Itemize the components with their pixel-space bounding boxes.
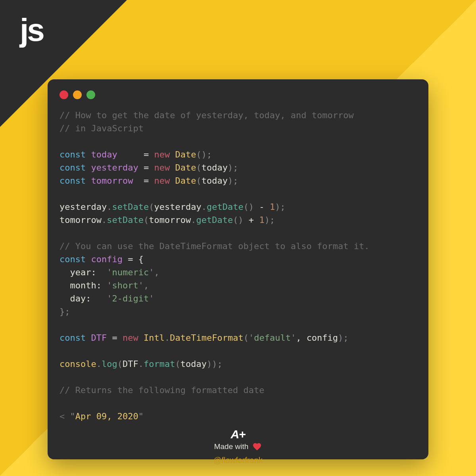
code-comment: // Returns the following formatted date — [60, 385, 265, 395]
js-logo: js — [20, 12, 43, 48]
aplus-logo: A+ — [60, 428, 416, 441]
author-handle: @flowforfrank — [0, 456, 476, 465]
corner-triangle — [0, 0, 127, 127]
code-comment: // You can use the DateTimeFormat object… — [60, 241, 369, 251]
heart-icon — [252, 442, 262, 451]
editor-footer: A+ Made with — [60, 428, 416, 451]
output-value: Apr 09, 2020 — [75, 411, 138, 421]
made-with-label: Made with — [214, 442, 262, 451]
code-block: // How to get the date of yesterday, tod… — [60, 109, 416, 423]
output-arrow-icon: < — [60, 411, 70, 421]
code-editor-window: // How to get the date of yesterday, tod… — [48, 79, 428, 459]
